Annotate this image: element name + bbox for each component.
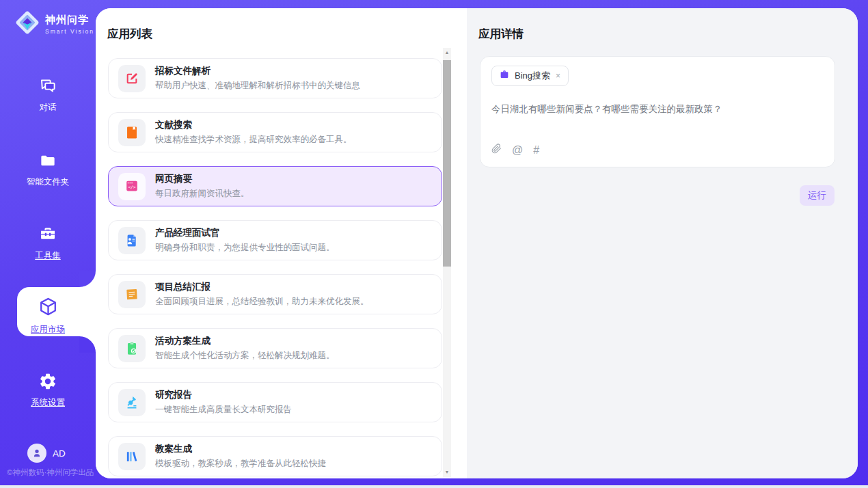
- sidebar-item-label: 系统设置: [0, 397, 96, 409]
- app-title: 教案生成: [155, 443, 326, 455]
- app-desc: 智能生成个性化活动方案，轻松解决规划难题。: [155, 350, 335, 362]
- sidebar-item-toolbox[interactable]: 工具集: [0, 225, 96, 262]
- app-desc: 快速精准查找学术资源，提高研究效率的必备工具。: [155, 134, 352, 146]
- app-list-title: 应用列表: [107, 27, 152, 42]
- toolbox-icon: [38, 234, 58, 246]
- main-content: 应用列表 招标文件解析 帮助用户快速、准确地理解和解析招标书中的关键信息: [96, 8, 858, 478]
- run-button[interactable]: 运行: [800, 185, 835, 206]
- paperclip-icon[interactable]: [491, 143, 502, 157]
- prompt-input-card[interactable]: Bing搜索 × 今日湖北有哪些新闻要点？有哪些需要关注的最新政策？ @ #: [480, 56, 835, 167]
- app-subtitle: Smart Vision: [45, 28, 94, 35]
- app-card-tender-analysis[interactable]: 招标文件解析 帮助用户快速、准确地理解和解析招标书中的关键信息: [108, 58, 442, 98]
- sidebar-item-label: 对话: [0, 102, 96, 113]
- app-title: 活动方案生成: [155, 335, 335, 347]
- browser-code-icon: </>: [118, 173, 146, 200]
- tool-chip-label: Bing搜索: [515, 70, 550, 82]
- tool-chip-bing-search[interactable]: Bing搜索 ×: [491, 66, 569, 86]
- user-initials: AD: [53, 448, 66, 459]
- sidebar-item-chat[interactable]: 对话: [0, 77, 96, 113]
- sidebar-item-settings[interactable]: 系统设置: [0, 372, 96, 409]
- clipboard-check-icon: [118, 335, 146, 362]
- app-desc: 每日政府新闻资讯快查。: [155, 188, 249, 200]
- app-title: 招标文件解析: [155, 65, 360, 77]
- app-card-pm-interviewer[interactable]: 产品经理面试官 明确身份和职责，为您提供专业性的面试问题。: [108, 220, 442, 260]
- app-card-web-summary-selected[interactable]: </> 网页摘要 每日政府新闻资讯快查。: [108, 166, 442, 206]
- hash-icon[interactable]: #: [533, 144, 539, 157]
- close-icon[interactable]: ×: [555, 71, 561, 81]
- app-desc: 一键智能生成高质量长文本研究报告: [155, 404, 292, 416]
- app-card-literature-search[interactable]: 文献搜索 快速精准查找学术资源，提高研究效率的必备工具。: [108, 112, 442, 152]
- briefcase-icon: [499, 69, 510, 83]
- app-desc: 全面回顾项目进展，总结经验教训，助力未来优化发展。: [155, 296, 369, 308]
- sidebar-item-label: 应用市场: [0, 324, 96, 336]
- sidebar-item-smart-folder[interactable]: 智能文件夹: [0, 152, 96, 188]
- book-icon: [118, 119, 146, 146]
- cube-icon: [37, 308, 59, 320]
- chat-icon: [38, 86, 58, 98]
- edit-document-icon: [118, 65, 146, 92]
- app-title: 研究报告: [155, 389, 292, 401]
- books-icon: [118, 443, 146, 470]
- app-logo: 神州问学 Smart Vision: [14, 8, 94, 40]
- interview-icon: [118, 227, 146, 254]
- avatar: [27, 444, 46, 463]
- screen-bottom-strip: [0, 485, 868, 488]
- app-title: 网页摘要: [155, 173, 249, 185]
- app-title: 文献搜索: [155, 119, 352, 131]
- app-name: 神州问学: [45, 14, 89, 25]
- app-desc: 明确身份和职责，为您提供专业性的面试问题。: [155, 242, 335, 254]
- scroll-up-arrow-icon[interactable]: ▲: [443, 48, 451, 57]
- app-desc: 帮助用户快速、准确地理解和解析招标书中的关键信息: [155, 80, 360, 92]
- scrollbar-thumb[interactable]: [443, 60, 451, 267]
- app-card-project-summary[interactable]: 项目总结汇报 全面回顾项目进展，总结经验教训，助力未来优化发展。: [108, 274, 442, 314]
- app-list-panel: 应用列表 招标文件解析 帮助用户快速、准确地理解和解析招标书中的关键信息: [96, 8, 467, 478]
- microscope-icon: [118, 389, 146, 416]
- sidebar-item-label: 工具集: [0, 250, 96, 262]
- list-scrollbar[interactable]: ▲ ▼: [443, 48, 451, 477]
- app-desc: 模板驱动，教案秒成，教学准备从此轻松快捷: [155, 458, 326, 470]
- diamond-logo-icon: [14, 8, 41, 40]
- report-note-icon: [118, 281, 146, 308]
- copyright-footer: ©神州数码·神州问学出品: [7, 467, 94, 478]
- gear-icon: [38, 381, 57, 393]
- sidebar-item-app-market[interactable]: 应用市场: [0, 296, 96, 336]
- app-card-lesson-plan[interactable]: 教案生成 模板驱动，教案秒成，教学准备从此轻松快捷: [108, 436, 442, 476]
- sidebar: 神州问学 Smart Vision 对话 智能文件夹: [0, 0, 96, 488]
- app-detail-title: 应用详情: [478, 27, 524, 42]
- app-card-event-plan[interactable]: 活动方案生成 智能生成个性化活动方案，轻松解决规划难题。: [108, 328, 442, 368]
- prompt-text[interactable]: 今日湖北有哪些新闻要点？有哪些需要关注的最新政策？: [491, 103, 824, 116]
- scroll-down-arrow-icon[interactable]: ▼: [443, 467, 451, 477]
- folder-icon: [38, 161, 58, 172]
- app-card-list: 招标文件解析 帮助用户快速、准确地理解和解析招标书中的关键信息 文献搜索 快速精…: [108, 58, 442, 478]
- at-icon[interactable]: @: [512, 144, 523, 157]
- app-title: 产品经理面试官: [155, 227, 335, 239]
- composer-toolbar: @ #: [491, 143, 539, 157]
- user-account[interactable]: AD: [27, 444, 66, 463]
- svg-text:</>: </>: [128, 185, 135, 189]
- sidebar-item-label: 智能文件夹: [0, 176, 96, 188]
- app-title: 项目总结汇报: [155, 281, 369, 293]
- app-detail-panel: 应用详情 Bing搜索 × 今日湖北有哪些新闻要点？有哪些需要关注的最新政策？: [467, 8, 858, 478]
- app-card-research-report[interactable]: 研究报告 一键智能生成高质量长文本研究报告: [108, 382, 442, 422]
